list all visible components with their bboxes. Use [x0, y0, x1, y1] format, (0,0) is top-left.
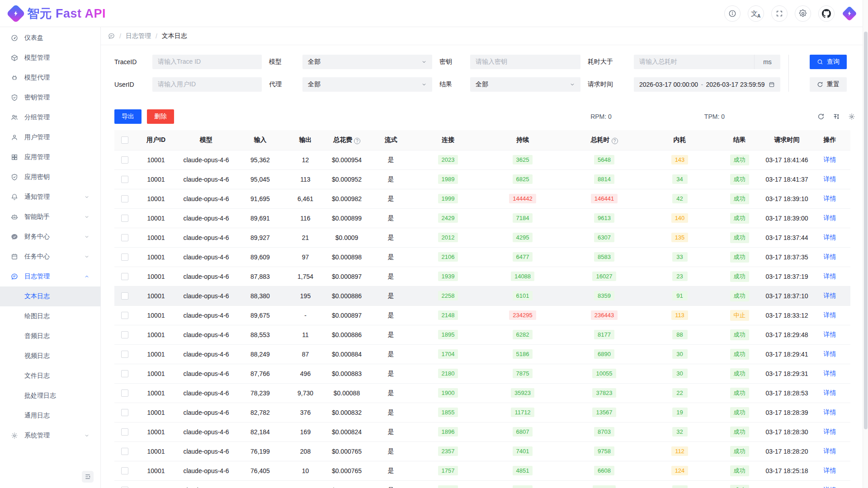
table-row[interactable]: 10001 claude-opus-4-6 89,927 21 $0.0009 …: [114, 228, 850, 247]
info-icon[interactable]: ?: [612, 138, 618, 144]
table-row[interactable]: 10001 claude-opus-4-6 89,675 - $0.000897…: [114, 305, 850, 325]
detail-link[interactable]: 详情: [824, 447, 836, 455]
row-checkbox[interactable]: [121, 331, 128, 338]
table-row[interactable]: 10001 claude-opus-4-6 88,380 195 $0.0008…: [114, 286, 850, 305]
duration-gt-input[interactable]: 请输入总耗时: [634, 55, 754, 69]
detail-link[interactable]: 详情: [824, 156, 836, 163]
detail-link[interactable]: 详情: [824, 311, 836, 319]
table-row[interactable]: 10001 claude-opus-4-6 88,553 11 $0.00088…: [114, 325, 850, 344]
refresh-icon[interactable]: [817, 113, 825, 120]
row-height-icon[interactable]: [833, 113, 840, 120]
settings-icon[interactable]: [795, 5, 811, 22]
detail-link[interactable]: 详情: [824, 292, 836, 299]
table-row[interactable]: 10001 claude-opus-4-6 78,239 9,730 $0.00…: [114, 383, 850, 403]
fullscreen-icon[interactable]: [771, 5, 788, 22]
detail-link[interactable]: 详情: [824, 195, 836, 202]
row-checkbox[interactable]: [121, 195, 128, 202]
table-row[interactable]: 10001 claude-opus-4-6 95,045 113 $0.0009…: [114, 169, 850, 189]
sidebar-subitem-image-logs[interactable]: 绘图日志: [0, 306, 100, 326]
sidebar-subitem-text-logs[interactable]: 文本日志: [0, 286, 100, 306]
sidebar-item-model-management[interactable]: 模型管理: [0, 48, 100, 68]
user-avatar[interactable]: [842, 6, 857, 21]
export-button[interactable]: 导出: [114, 109, 142, 124]
table-row[interactable]: 10001 claude-opus-4-6 88,249 87 $0.00088…: [114, 344, 850, 364]
table-row[interactable]: 10001 claude-opus-4-6 89,691 116 $0.0008…: [114, 208, 850, 228]
table-row[interactable]: 10001 claude-opus-4-6 89,609 97 $0.00089…: [114, 247, 850, 267]
github-icon[interactable]: [818, 5, 835, 22]
sidebar-subitem-general-logs[interactable]: 通用日志: [0, 406, 100, 426]
sidebar-item-task-center[interactable]: 任务中心: [0, 247, 100, 267]
detail-link[interactable]: 详情: [824, 486, 836, 488]
sidebar-subitem-audio-logs[interactable]: 音频日志: [0, 326, 100, 346]
sidebar-item-key-management[interactable]: 密钥管理: [0, 88, 100, 108]
user-id-input[interactable]: 请输入用户ID: [152, 77, 262, 92]
delete-button[interactable]: 删除: [147, 109, 174, 124]
row-checkbox[interactable]: [121, 409, 128, 416]
model-select[interactable]: 全部: [302, 55, 432, 69]
detail-link[interactable]: 详情: [824, 234, 836, 241]
row-checkbox[interactable]: [121, 273, 128, 280]
row-checkbox[interactable]: [121, 292, 128, 300]
row-checkbox[interactable]: [121, 234, 128, 241]
detail-link[interactable]: 详情: [824, 389, 836, 396]
info-icon[interactable]: [724, 5, 741, 22]
table-row[interactable]: 10001 claude-opus-4-6 87,883 1,754 $0.00…: [114, 267, 850, 286]
row-checkbox[interactable]: [121, 176, 128, 183]
detail-link[interactable]: 详情: [824, 272, 836, 280]
row-checkbox[interactable]: [121, 389, 128, 397]
detail-link[interactable]: 详情: [824, 408, 836, 416]
row-checkbox[interactable]: [121, 467, 128, 474]
detail-link[interactable]: 详情: [824, 350, 836, 357]
table-row[interactable]: 10001 claude-opus-4-6 87,766 496 $0.0008…: [114, 364, 850, 383]
row-checkbox[interactable]: [121, 351, 128, 358]
table-row[interactable]: 10001 claude-opus-4-6 76,199 208 $0.0007…: [114, 441, 850, 461]
detail-link[interactable]: 详情: [824, 467, 836, 474]
row-checkbox[interactable]: [121, 448, 128, 455]
table-row[interactable]: 10001 claude-opus-4-6 82,184 169 $0.0008…: [114, 422, 850, 441]
detail-link[interactable]: 详情: [824, 214, 836, 221]
sidebar-subitem-batch-logs[interactable]: 批处理日志: [0, 386, 100, 406]
sidebar-item-notification-management[interactable]: 通知管理: [0, 187, 100, 207]
api-key-input[interactable]: 请输入密钥: [470, 55, 580, 69]
sidebar-item-model-proxy[interactable]: 模型代理: [0, 68, 100, 88]
sidebar-subitem-file-logs[interactable]: 文件日志: [0, 366, 100, 386]
scrollbar-thumb[interactable]: [864, 32, 868, 429]
sidebar-item-system-management[interactable]: 系统管理: [0, 426, 100, 446]
collapse-sidebar-icon[interactable]: [82, 471, 94, 483]
sidebar-subitem-video-logs[interactable]: 视频日志: [0, 346, 100, 366]
table-row[interactable]: 10001 claude-opus-4-6 76,041 145 $0.0007…: [114, 480, 850, 488]
result-select[interactable]: 全部: [470, 77, 580, 92]
detail-link[interactable]: 详情: [824, 253, 836, 260]
row-checkbox[interactable]: [121, 215, 128, 222]
table-row[interactable]: 10001 claude-opus-4-6 76,405 10 $0.00076…: [114, 461, 850, 480]
detail-link[interactable]: 详情: [824, 175, 836, 183]
detail-link[interactable]: 详情: [824, 428, 836, 435]
row-checkbox[interactable]: [121, 370, 128, 377]
reset-button[interactable]: 重置: [810, 77, 847, 92]
request-time-range[interactable]: 2026-03-17 00:00:00 - 2026-03-17 23:59:5…: [634, 77, 780, 92]
proxy-select[interactable]: 全部: [302, 77, 432, 92]
sidebar-item-ai-assistant[interactable]: 智能助手: [0, 207, 100, 227]
table-row[interactable]: 10001 claude-opus-4-6 91,695 6,461 $0.00…: [114, 189, 850, 208]
sidebar-item-log-management[interactable]: 日志管理: [0, 267, 100, 286]
detail-link[interactable]: 详情: [824, 331, 836, 338]
trace-id-input[interactable]: 请输入Trace ID: [152, 55, 262, 69]
row-checkbox[interactable]: [121, 428, 128, 436]
sidebar-item-app-key[interactable]: 应用密钥: [0, 167, 100, 187]
row-checkbox[interactable]: [121, 253, 128, 261]
table-row[interactable]: 10001 claude-opus-4-6 82,782 376 $0.0008…: [114, 403, 850, 422]
column-settings-icon[interactable]: [848, 113, 855, 120]
search-button[interactable]: 查询: [810, 55, 847, 69]
sidebar-item-user-management[interactable]: 用户管理: [0, 127, 100, 147]
info-icon[interactable]: ?: [354, 138, 360, 144]
sidebar-item-app-management[interactable]: 应用管理: [0, 147, 100, 167]
table-row[interactable]: 10001 claude-opus-4-6 95,362 12 $0.00095…: [114, 150, 850, 169]
row-checkbox[interactable]: [121, 156, 128, 164]
select-all-checkbox[interactable]: [121, 136, 128, 144]
row-checkbox[interactable]: [121, 312, 128, 319]
translate-icon[interactable]: 文A: [748, 5, 764, 22]
sidebar-item-finance-center[interactable]: 财务中心: [0, 227, 100, 247]
detail-link[interactable]: 详情: [824, 370, 836, 377]
breadcrumb-level1[interactable]: 日志管理: [126, 32, 151, 40]
sidebar-item-dashboard[interactable]: 仪表盘: [0, 28, 100, 48]
